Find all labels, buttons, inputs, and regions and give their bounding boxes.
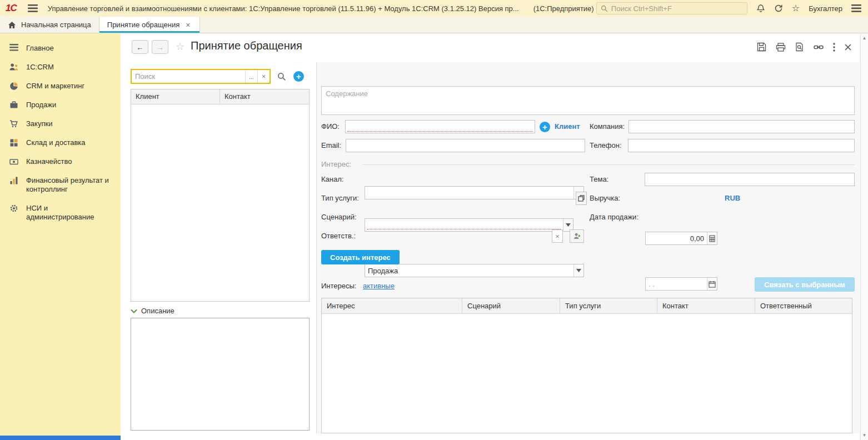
bottom-edge-strip <box>0 436 121 440</box>
interests-table-header: Интерес Сценарий Тип услуги Контакт Отве… <box>322 298 852 314</box>
forward-button[interactable]: → <box>152 40 168 54</box>
home-icon <box>8 21 16 29</box>
sidebar-item-label: Финансовый результат и контроллинг <box>26 176 115 194</box>
window-title: Управление торговлей и взаимоотношениями… <box>48 4 519 13</box>
clients-table-body[interactable] <box>131 104 309 302</box>
tab-close-icon[interactable]: × <box>184 21 191 29</box>
calculator-icon[interactable] <box>707 232 717 244</box>
create-interest-button[interactable]: Создать интерес <box>321 250 400 264</box>
scroll-down-icon[interactable]: ▼ <box>861 433 868 438</box>
company-label: Компания: <box>590 120 625 133</box>
search-clear-button[interactable]: × <box>257 70 270 83</box>
favorite-star-icon[interactable]: ☆ <box>176 42 184 52</box>
scenario-label: Сценарий: <box>321 211 357 224</box>
description-toggle[interactable]: Описание <box>131 307 174 315</box>
scenario-dropdown-icon[interactable] <box>573 264 583 277</box>
service-type-label: Тип услуги: <box>321 192 359 205</box>
channel-input[interactable] <box>365 187 573 199</box>
client-search-input[interactable] <box>132 70 245 83</box>
column-interest[interactable]: Интерес <box>322 298 462 313</box>
topic-label: Тема: <box>590 173 608 186</box>
column-responsible[interactable]: Ответственный <box>755 298 852 313</box>
column-contact[interactable]: Контакт <box>220 89 309 104</box>
sidebar-item-label: НСИ и администрирование <box>26 204 115 222</box>
search-icon[interactable] <box>277 72 286 81</box>
briefcase-icon <box>9 101 19 109</box>
scenario-input[interactable] <box>365 264 573 277</box>
scenario-field <box>365 264 584 277</box>
revenue-label: Выручка: <box>590 192 620 205</box>
revenue-input[interactable] <box>646 232 707 244</box>
interests-table-body[interactable] <box>322 314 852 433</box>
save-icon[interactable] <box>757 42 766 52</box>
column-client[interactable]: Клиент <box>131 89 220 104</box>
responsible-clear-button[interactable]: × <box>552 229 563 243</box>
main-menu-icon[interactable] <box>28 4 38 12</box>
tab-home[interactable]: Начальная страница <box>0 17 99 33</box>
global-search-box[interactable] <box>596 2 747 14</box>
sidebar-item-treasury[interactable]: Казначейство <box>0 152 121 171</box>
sidebar-item-1c-crm[interactable]: 1С:CRM <box>0 58 121 77</box>
interests-label: Интересы: <box>321 279 356 293</box>
window-subtitle: (1С:Предприятие) <box>533 4 594 13</box>
back-button[interactable]: ← <box>132 40 148 54</box>
phone-input[interactable] <box>628 139 855 152</box>
column-contact[interactable]: Контакт <box>657 298 755 313</box>
forward-arrow-icon: → <box>156 43 164 52</box>
page-title: Принятие обращения <box>191 39 302 52</box>
sale-date-input[interactable] <box>646 278 707 290</box>
client-search-row: ... × + <box>131 69 310 84</box>
current-user-label[interactable]: Бухгалтер <box>809 4 842 13</box>
calendar-icon[interactable] <box>707 278 717 290</box>
service-type-open-button[interactable] <box>576 192 587 205</box>
content-textarea[interactable] <box>321 86 855 115</box>
sidebar-item-sales[interactable]: Продажи <box>0 96 121 114</box>
client-link[interactable]: Клиент <box>555 120 580 133</box>
title-bar: 1С Управление торговлей и взаимоотношени… <box>0 0 868 17</box>
fio-input[interactable] <box>345 120 535 133</box>
link-selected-button[interactable]: Связать с выбранным <box>755 277 855 292</box>
close-icon[interactable] <box>845 44 851 51</box>
clients-table: Клиент Контакт <box>131 89 310 302</box>
print-icon[interactable] <box>776 43 786 52</box>
sidebar-item-crm-marketing[interactable]: CRM и маркетинг <box>0 77 121 96</box>
crm-persons-icon <box>9 63 19 71</box>
channel-label: Канал: <box>321 173 343 186</box>
notifications-bell-icon[interactable] <box>756 4 765 13</box>
sidebar-item-warehouse[interactable]: Склад и доставка <box>0 133 121 152</box>
tab-accept-request[interactable]: Принятие обращения × <box>99 17 200 33</box>
scroll-up-icon[interactable]: ▲ <box>861 36 868 41</box>
column-service-type[interactable]: Тип услуги <box>560 298 657 313</box>
link-icon[interactable] <box>814 44 824 50</box>
column-scenario[interactable]: Сценарий <box>462 298 560 313</box>
more-icon[interactable] <box>833 43 835 52</box>
form-toolbar <box>757 42 851 52</box>
clients-table-header: Клиент Контакт <box>131 89 309 104</box>
sidebar-item-label: Продажи <box>26 101 56 109</box>
search-more-button[interactable]: ... <box>245 70 257 83</box>
sections-sidebar: Главное 1С:CRM CRM и маркетинг Продажи З… <box>0 33 121 436</box>
history-icon[interactable] <box>774 4 783 13</box>
sidebar-item-label: Закупки <box>26 119 52 128</box>
user-menu-icon[interactable] <box>851 4 861 12</box>
sidebar-item-purchases[interactable]: Закупки <box>0 114 121 133</box>
app-window: 1С Управление торговлей и взаимоотношени… <box>0 0 868 440</box>
add-client-button[interactable]: + <box>293 71 304 82</box>
add-person-button[interactable]: + <box>540 122 550 132</box>
fio-label: ФИО: <box>321 120 340 133</box>
topic-input[interactable] <box>645 173 855 186</box>
sidebar-item-label: CRM и маркетинг <box>26 82 84 91</box>
interest-section-label: Интерес: <box>321 158 351 171</box>
global-search-input[interactable] <box>611 4 743 13</box>
pick-person-button[interactable] <box>570 229 584 243</box>
active-interests-link[interactable]: активные <box>363 279 395 293</box>
company-input[interactable] <box>628 120 855 133</box>
email-input[interactable] <box>346 139 585 152</box>
service-type-input[interactable] <box>365 219 563 231</box>
preview-icon[interactable] <box>795 42 804 52</box>
sidebar-item-nsi-admin[interactable]: НСИ и администрирование <box>0 199 121 227</box>
sidebar-item-finance[interactable]: Финансовый результат и контроллинг <box>0 171 121 199</box>
window-scrollbar[interactable]: ▲ ▼ <box>860 33 868 440</box>
sidebar-item-main[interactable]: Главное <box>0 39 121 58</box>
favorites-star-icon[interactable]: ☆ <box>792 4 800 13</box>
